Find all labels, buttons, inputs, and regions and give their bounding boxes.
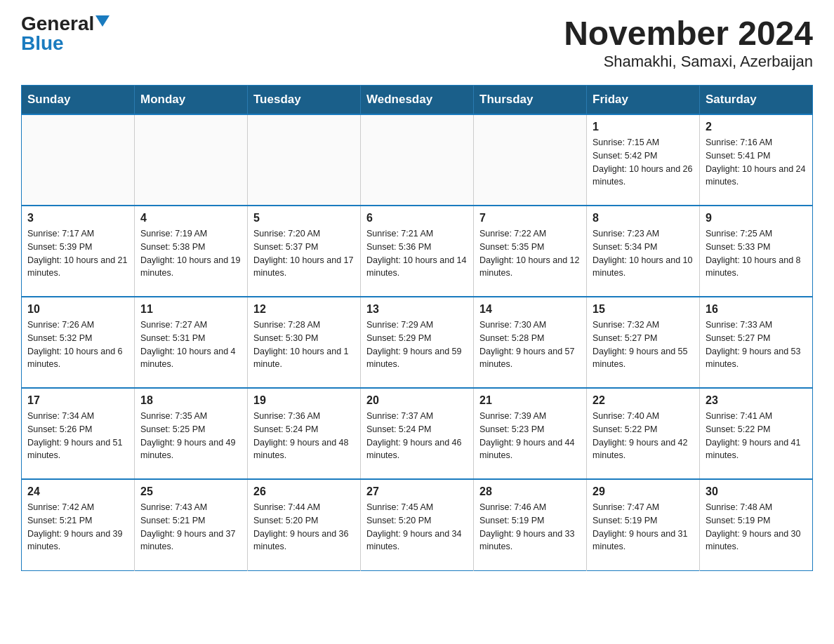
day-number: 19 (253, 394, 355, 407)
day-info: Sunrise: 7:25 AM Sunset: 5:33 PM Dayligh… (706, 227, 807, 280)
weekday-header-wednesday: Wednesday (361, 86, 474, 115)
calendar-cell: 29Sunrise: 7:47 AM Sunset: 5:19 PM Dayli… (587, 479, 700, 570)
calendar-cell: 23Sunrise: 7:41 AM Sunset: 5:22 PM Dayli… (700, 388, 813, 479)
calendar-cell (361, 114, 474, 206)
calendar-body: 1Sunrise: 7:15 AM Sunset: 5:42 PM Daylig… (22, 114, 813, 570)
calendar-cell: 22Sunrise: 7:40 AM Sunset: 5:22 PM Dayli… (587, 388, 700, 479)
day-number: 5 (253, 212, 355, 224)
weekday-header-friday: Friday (587, 86, 700, 115)
calendar-cell: 18Sunrise: 7:35 AM Sunset: 5:25 PM Dayli… (135, 388, 248, 479)
day-info: Sunrise: 7:35 AM Sunset: 5:25 PM Dayligh… (140, 410, 241, 462)
day-number: 21 (479, 394, 581, 407)
day-info: Sunrise: 7:29 AM Sunset: 5:29 PM Dayligh… (366, 318, 468, 371)
calendar-week-3: 10Sunrise: 7:26 AM Sunset: 5:32 PM Dayli… (22, 297, 813, 388)
calendar-cell: 13Sunrise: 7:29 AM Sunset: 5:29 PM Dayli… (361, 297, 474, 388)
calendar-week-5: 24Sunrise: 7:42 AM Sunset: 5:21 PM Dayli… (22, 479, 813, 570)
weekday-header-thursday: Thursday (474, 86, 587, 115)
day-number: 10 (27, 303, 128, 316)
day-number: 22 (593, 394, 694, 407)
day-number: 20 (366, 394, 468, 407)
day-info: Sunrise: 7:42 AM Sunset: 5:21 PM Dayligh… (27, 501, 128, 554)
day-info: Sunrise: 7:44 AM Sunset: 5:20 PM Dayligh… (253, 501, 355, 554)
logo-blue-text: Blue (21, 34, 64, 53)
day-info: Sunrise: 7:17 AM Sunset: 5:39 PM Dayligh… (27, 227, 128, 280)
day-number: 13 (366, 303, 468, 316)
weekday-header-sunday: Sunday (22, 86, 135, 115)
calendar-header: SundayMondayTuesdayWednesdayThursdayFrid… (22, 86, 813, 115)
day-number: 4 (140, 212, 241, 224)
day-number: 8 (593, 212, 694, 224)
day-number: 27 (366, 485, 468, 498)
day-number: 17 (27, 394, 128, 407)
day-number: 12 (253, 303, 355, 316)
day-number: 29 (593, 485, 694, 498)
day-info: Sunrise: 7:30 AM Sunset: 5:28 PM Dayligh… (479, 318, 581, 371)
calendar-cell: 5Sunrise: 7:20 AM Sunset: 5:37 PM Daylig… (248, 206, 361, 297)
calendar-cell: 7Sunrise: 7:22 AM Sunset: 5:35 PM Daylig… (474, 206, 587, 297)
day-number: 18 (140, 394, 241, 407)
calendar-cell: 15Sunrise: 7:32 AM Sunset: 5:27 PM Dayli… (587, 297, 700, 388)
calendar-cell: 28Sunrise: 7:46 AM Sunset: 5:19 PM Dayli… (474, 479, 587, 570)
day-info: Sunrise: 7:33 AM Sunset: 5:27 PM Dayligh… (706, 318, 807, 371)
calendar-cell: 8Sunrise: 7:23 AM Sunset: 5:34 PM Daylig… (587, 206, 700, 297)
day-info: Sunrise: 7:36 AM Sunset: 5:24 PM Dayligh… (253, 410, 355, 462)
calendar-week-1: 1Sunrise: 7:15 AM Sunset: 5:42 PM Daylig… (22, 114, 813, 206)
day-info: Sunrise: 7:16 AM Sunset: 5:41 PM Dayligh… (706, 136, 807, 189)
calendar-cell (22, 114, 135, 206)
calendar-cell: 17Sunrise: 7:34 AM Sunset: 5:26 PM Dayli… (22, 388, 135, 479)
calendar-cell: 30Sunrise: 7:48 AM Sunset: 5:19 PM Dayli… (700, 479, 813, 570)
logo-triangle-icon (95, 15, 110, 27)
calendar-cell (248, 114, 361, 206)
page-title: November 2024 (564, 14, 813, 53)
day-number: 28 (479, 485, 581, 498)
day-number: 23 (706, 394, 807, 407)
calendar-cell: 25Sunrise: 7:43 AM Sunset: 5:21 PM Dayli… (135, 479, 248, 570)
calendar-cell: 26Sunrise: 7:44 AM Sunset: 5:20 PM Dayli… (248, 479, 361, 570)
logo: General Blue (21, 14, 110, 53)
calendar-cell: 21Sunrise: 7:39 AM Sunset: 5:23 PM Dayli… (474, 388, 587, 479)
calendar-cell: 27Sunrise: 7:45 AM Sunset: 5:20 PM Dayli… (361, 479, 474, 570)
day-info: Sunrise: 7:20 AM Sunset: 5:37 PM Dayligh… (253, 227, 355, 280)
day-info: Sunrise: 7:22 AM Sunset: 5:35 PM Dayligh… (479, 227, 581, 280)
day-info: Sunrise: 7:43 AM Sunset: 5:21 PM Dayligh… (140, 501, 241, 554)
weekday-header-row: SundayMondayTuesdayWednesdayThursdayFrid… (22, 86, 813, 115)
day-number: 24 (27, 485, 128, 498)
title-block: November 2024 Shamakhi, Samaxi, Azerbaij… (564, 14, 813, 71)
calendar-cell: 11Sunrise: 7:27 AM Sunset: 5:31 PM Dayli… (135, 297, 248, 388)
day-number: 1 (593, 121, 694, 133)
day-number: 3 (27, 212, 128, 224)
day-info: Sunrise: 7:15 AM Sunset: 5:42 PM Dayligh… (593, 136, 694, 189)
calendar-cell: 1Sunrise: 7:15 AM Sunset: 5:42 PM Daylig… (587, 114, 700, 206)
day-info: Sunrise: 7:37 AM Sunset: 5:24 PM Dayligh… (366, 410, 468, 462)
day-info: Sunrise: 7:46 AM Sunset: 5:19 PM Dayligh… (479, 501, 581, 554)
day-info: Sunrise: 7:40 AM Sunset: 5:22 PM Dayligh… (593, 410, 694, 462)
day-number: 26 (253, 485, 355, 498)
day-number: 25 (140, 485, 241, 498)
day-info: Sunrise: 7:32 AM Sunset: 5:27 PM Dayligh… (593, 318, 694, 371)
day-number: 7 (479, 212, 581, 224)
day-info: Sunrise: 7:47 AM Sunset: 5:19 PM Dayligh… (593, 501, 694, 554)
day-number: 11 (140, 303, 241, 316)
day-info: Sunrise: 7:39 AM Sunset: 5:23 PM Dayligh… (479, 410, 581, 462)
calendar-cell: 20Sunrise: 7:37 AM Sunset: 5:24 PM Dayli… (361, 388, 474, 479)
day-info: Sunrise: 7:23 AM Sunset: 5:34 PM Dayligh… (593, 227, 694, 280)
day-number: 14 (479, 303, 581, 316)
day-info: Sunrise: 7:41 AM Sunset: 5:22 PM Dayligh… (706, 410, 807, 462)
calendar-cell: 10Sunrise: 7:26 AM Sunset: 5:32 PM Dayli… (22, 297, 135, 388)
weekday-header-monday: Monday (135, 86, 248, 115)
calendar-cell: 6Sunrise: 7:21 AM Sunset: 5:36 PM Daylig… (361, 206, 474, 297)
day-info: Sunrise: 7:26 AM Sunset: 5:32 PM Dayligh… (27, 318, 128, 371)
calendar-cell (474, 114, 587, 206)
calendar-cell: 4Sunrise: 7:19 AM Sunset: 5:38 PM Daylig… (135, 206, 248, 297)
calendar-cell: 24Sunrise: 7:42 AM Sunset: 5:21 PM Dayli… (22, 479, 135, 570)
day-info: Sunrise: 7:48 AM Sunset: 5:19 PM Dayligh… (706, 501, 807, 554)
page-subtitle: Shamakhi, Samaxi, Azerbaijan (564, 53, 813, 71)
page-header: General Blue November 2024 Shamakhi, Sam… (21, 14, 813, 71)
day-number: 2 (706, 121, 807, 133)
day-info: Sunrise: 7:21 AM Sunset: 5:36 PM Dayligh… (366, 227, 468, 280)
weekday-header-saturday: Saturday (700, 86, 813, 115)
calendar-cell: 16Sunrise: 7:33 AM Sunset: 5:27 PM Dayli… (700, 297, 813, 388)
day-info: Sunrise: 7:27 AM Sunset: 5:31 PM Dayligh… (140, 318, 241, 371)
calendar-cell: 3Sunrise: 7:17 AM Sunset: 5:39 PM Daylig… (22, 206, 135, 297)
calendar-cell (135, 114, 248, 206)
